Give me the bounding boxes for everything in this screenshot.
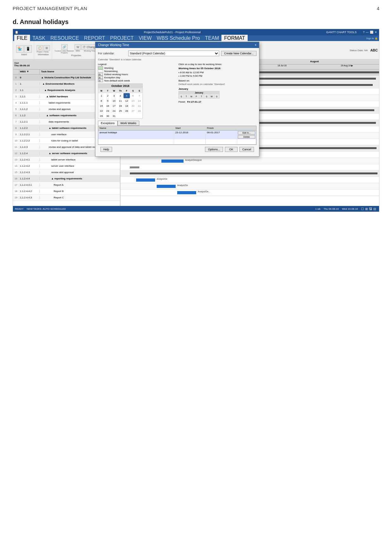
my-apps-icon[interactable]: 📱 — [24, 45, 32, 53]
help-btn-dlg[interactable]: Help — [100, 147, 112, 152]
cal-cell-7[interactable]: 7 — [136, 93, 142, 98]
exceptions-tab[interactable]: Exceptions — [98, 121, 118, 126]
minimize-btn[interactable]: — — [366, 31, 369, 34]
cal-cell-6[interactable]: 6 — [130, 93, 136, 98]
task-bar — [136, 178, 155, 182]
edit-in-btn[interactable]: Edit In... — [238, 131, 255, 135]
maximize-btn[interactable]: ⬜ — [370, 31, 373, 34]
status-icon-1: ☐ — [361, 207, 364, 211]
tab-file[interactable]: FILE — [14, 35, 30, 42]
cal-cell-31[interactable]: 31 — [111, 113, 117, 118]
gantt-row-17: Analyst/De — [120, 177, 379, 183]
cal-cell-2[interactable]: 2 — [105, 93, 111, 98]
exceptions-table: Name Start Finish annual holidays 23-12-… — [98, 126, 256, 145]
duration-value: 1 wk — [315, 208, 320, 210]
cal-cell-5[interactable]: 5 — [124, 93, 130, 98]
click-instruction: Click on a day to see its working times: — [178, 63, 256, 66]
cal-cell-16[interactable]: 16 — [105, 103, 111, 108]
cal-cell-17[interactable]: 17 — [111, 103, 117, 108]
links-icon[interactable]: 🔗 — [61, 44, 68, 50]
wt-line1: • 8:00 AM to 12:00 PM — [178, 71, 256, 74]
tab-view[interactable]: VIEW — [136, 35, 154, 42]
cal-cell-11[interactable]: 11 — [117, 98, 124, 103]
tab-report[interactable]: REPORT — [81, 35, 107, 42]
project-icon[interactable]: 📋 — [37, 45, 43, 51]
legend-exception: 31 Exception day — [98, 76, 130, 79]
jan-col-w: W — [209, 94, 214, 98]
cal-cell-18[interactable]: 18 — [117, 103, 124, 108]
new-tasks-status: NEW TASKS: AUTO SCHEDULED — [27, 208, 66, 210]
edited-label: Edited working hours — [104, 73, 128, 76]
cal-cell-12[interactable]: 12 — [124, 98, 130, 103]
cal-cell-28[interactable]: 28 — [136, 108, 142, 113]
work-weeks-tab[interactable]: Work Weeks — [118, 121, 139, 126]
tab-resource[interactable]: RESOURCE — [48, 35, 81, 42]
cal-day-w: W — [111, 88, 117, 93]
cal-cell-3[interactable]: 3 — [111, 93, 117, 98]
insert-label: Insert — [21, 53, 27, 56]
cal-cell-26[interactable]: 26 — [124, 108, 130, 113]
options-btn[interactable]: Options... — [205, 147, 223, 152]
tab-team[interactable]: TEAM — [202, 35, 221, 42]
tab-task[interactable]: TASK — [30, 35, 48, 42]
finish-label-dlg: Finish — [178, 100, 185, 103]
exc-col-name: Name — [98, 126, 174, 130]
cal-cell-4[interactable]: 4 — [117, 93, 124, 98]
resource-label: Analyst/De — [157, 178, 167, 180]
jan-col-f: F — [194, 94, 199, 98]
dialog-calendar-info: Legend: Working Nonworking — [98, 63, 256, 119]
cal-cell-29[interactable]: 29 — [98, 113, 105, 118]
calendar-dropdown[interactable]: Standard (Project Calendar) — [128, 51, 219, 56]
cal-cell-19[interactable]: 19 — [124, 103, 130, 108]
table-row: 16 1.1.2.4.4 ▲ reporting requirements — [13, 176, 120, 182]
cal-cell-13[interactable]: 13 — [130, 98, 136, 103]
exc-col-finish: Finish — [206, 126, 237, 130]
help-btn[interactable]: ? — [363, 31, 365, 34]
cal-cell-9[interactable]: 9 — [105, 98, 111, 103]
status-icon-3: 🖫 — [369, 207, 372, 211]
cal-cell-1[interactable]: 1 — [98, 93, 105, 98]
cal-cell-30[interactable]: 30 — [105, 113, 111, 118]
legend-edited: 31 Edited working hours — [98, 73, 130, 76]
dialog-title-bar: Change Working Time × — [95, 42, 259, 48]
create-new-calendar-btn[interactable]: Create New Calendar... — [221, 51, 256, 56]
toolbar-group-info: 📋 Project ⊞ Fields Information — [35, 41, 52, 59]
tab-project[interactable]: PROJECT — [107, 35, 136, 42]
cal-cell-24[interactable]: 24 — [111, 108, 117, 113]
cal-grid: M T W Th F S S 1 2 3 4 5 — [98, 88, 142, 118]
fields-icon[interactable]: ⊞ — [44, 45, 50, 51]
jan-col-s3: S — [214, 94, 219, 98]
cal-cell-23[interactable]: 23 — [105, 108, 111, 113]
cal-cell-15[interactable]: 15 — [98, 103, 105, 108]
exc-name-1[interactable]: annual holidays — [98, 130, 174, 139]
cal-cell-22[interactable]: 22 — [98, 108, 105, 113]
cal-cell-21[interactable]: 21 — [136, 103, 142, 108]
tab-format[interactable]: FORMAT — [221, 35, 247, 42]
cal-cell-10[interactable]: 10 — [111, 98, 117, 103]
signin-link[interactable]: Sign in 🔒 — [366, 37, 378, 40]
close-btn[interactable]: ✕ — [375, 31, 377, 34]
delete-btn[interactable]: Delete — [238, 135, 255, 139]
exception-label: Exception day — [104, 76, 120, 79]
cal-day-s2: S — [136, 88, 142, 93]
cal-cell-27[interactable]: 27 — [130, 108, 136, 113]
cal-cell-14[interactable]: 14 — [136, 98, 142, 103]
wbs-icon[interactable]: W — [75, 44, 81, 50]
base-calendar-text: Calendar 'Standard' is a base calendar. — [98, 58, 256, 61]
tab-wbs[interactable]: WBS Schedule Pro — [154, 35, 202, 42]
cal-cell-20[interactable]: 20 — [130, 103, 136, 108]
cancel-btn[interactable]: Cancel — [239, 147, 254, 152]
dialog-close-btn[interactable]: × — [255, 43, 256, 47]
start-date-value: Thu 09-06-16 — [14, 64, 30, 67]
store-icon[interactable]: 🏪 — [16, 45, 24, 53]
nondefault-swatch: 31 — [98, 79, 103, 82]
exception-swatch: 31 — [98, 76, 103, 79]
jan-col-s1: S — [179, 94, 184, 98]
cal-cell-8[interactable]: 8 — [98, 98, 105, 103]
task-bar-small — [130, 166, 139, 168]
jan-col-t2: T — [199, 94, 204, 98]
title-bar-left: 📋 — [15, 31, 18, 34]
resource-label: Analyst/Designer — [185, 159, 202, 161]
cal-cell-25[interactable]: 25 — [117, 108, 124, 113]
ok-btn[interactable]: OK — [225, 147, 238, 152]
